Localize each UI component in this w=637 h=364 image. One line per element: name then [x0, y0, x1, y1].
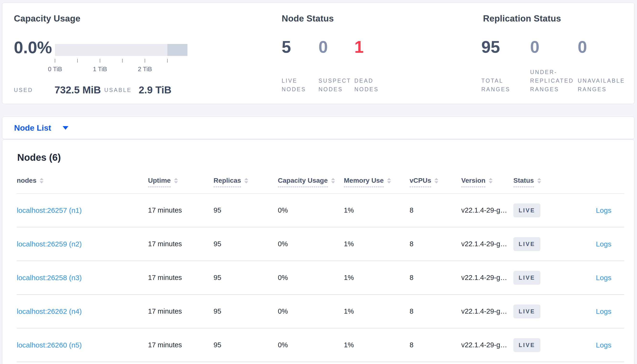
- table-row: localhost:26262 (n4) 17 minutes 95 0% 1%…: [17, 295, 624, 328]
- sort-arrows-icon[interactable]: [40, 178, 44, 184]
- logs-link[interactable]: Logs: [596, 308, 611, 315]
- node-address-link[interactable]: localhost:26258 (n3): [17, 274, 82, 282]
- sort-arrows-icon[interactable]: [244, 178, 248, 184]
- live-nodes-value: 5: [282, 39, 291, 56]
- capacity-gauge-axis: 0 TiB 1 TiB 2 TiB: [55, 59, 189, 76]
- node-address-link[interactable]: localhost:26262 (n4): [17, 308, 82, 315]
- uptime-cell: 17 minutes: [148, 308, 213, 315]
- node-list-dropdown-label: Node List: [14, 123, 51, 132]
- column-header-label: Capacity Usage: [278, 177, 328, 187]
- capacity-cell: 0%: [278, 341, 344, 349]
- under-replicated-ranges-label: UNDER-REPLICATED RANGES: [530, 68, 577, 94]
- dead-nodes-value: 1: [354, 39, 364, 56]
- uptime-cell: 17 minutes: [148, 240, 213, 248]
- column-header-status[interactable]: Status: [513, 177, 561, 187]
- view-selector-card: Node List: [2, 116, 634, 139]
- logs-link[interactable]: Logs: [596, 206, 611, 214]
- logs-link[interactable]: Logs: [596, 341, 611, 349]
- axis-tick: [77, 59, 78, 62]
- table-header-row: nodes Uptime Replicas Capacity Usage Mem…: [17, 171, 624, 194]
- dead-nodes-label: DEAD NODES: [354, 76, 389, 94]
- node-address-link[interactable]: localhost:26257 (n1): [17, 206, 82, 214]
- table-row: localhost:26258 (n3) 17 minutes 95 0% 1%…: [17, 261, 624, 295]
- unavailable-ranges-value: 0: [578, 39, 587, 56]
- axis-tick: [100, 59, 100, 62]
- axis-tick-label: 2 TiB: [138, 66, 152, 73]
- unavailable-ranges-stat: 0 UNAVAILABLE RANGES: [578, 3, 633, 104]
- capacity-usage-title: Capacity Usage: [14, 14, 80, 24]
- node-status-section: Node Status 5 LIVE NODES 0 SUSPECT NODES…: [280, 3, 448, 104]
- version-cell: v22.1.4-29-g…: [461, 341, 513, 349]
- column-header-capacity-usage[interactable]: Capacity Usage: [278, 177, 344, 187]
- column-header-label: Status: [513, 177, 534, 187]
- capacity-cell: 0%: [278, 308, 344, 315]
- sort-arrows-icon[interactable]: [387, 178, 391, 184]
- capacity-gauge-bar: [55, 44, 187, 56]
- uptime-cell: 17 minutes: [148, 341, 213, 349]
- memory-cell: 1%: [344, 341, 410, 349]
- node-address-link[interactable]: localhost:26259 (n2): [17, 240, 82, 248]
- sort-arrows-icon[interactable]: [331, 178, 335, 184]
- column-header-label: Uptime: [148, 177, 171, 187]
- total-ranges-stat: 95 TOTAL RANGES: [481, 3, 530, 104]
- vcpus-cell: 8: [410, 240, 461, 248]
- axis-tick: [145, 59, 145, 62]
- status-badge: LIVE: [513, 271, 540, 285]
- axis-tick-label: 1 TiB: [93, 66, 107, 73]
- replication-status-section: Replication Status 95 TOTAL RANGES 0 UND…: [479, 3, 632, 104]
- logs-link[interactable]: Logs: [596, 274, 611, 282]
- vcpus-cell: 8: [410, 274, 461, 282]
- sort-arrows-icon[interactable]: [537, 178, 541, 184]
- used-value: 732.5 MiB: [55, 85, 101, 95]
- nodes-section-title: Nodes (6): [17, 152, 61, 163]
- uptime-cell: 17 minutes: [148, 206, 213, 214]
- column-header-label: Version: [461, 177, 485, 187]
- status-badge: LIVE: [513, 338, 540, 352]
- table-row: localhost:26260 (n5) 17 minutes 95 0% 1%…: [17, 328, 624, 362]
- axis-tick: [55, 59, 55, 62]
- vcpus-cell: 8: [410, 308, 461, 315]
- version-cell: v22.1.4-29-g…: [461, 240, 513, 248]
- sort-arrows-icon[interactable]: [435, 178, 438, 184]
- column-header-uptime[interactable]: Uptime: [148, 177, 213, 187]
- logs-link[interactable]: Logs: [596, 240, 611, 248]
- status-badge: LIVE: [513, 237, 540, 251]
- vcpus-cell: 8: [410, 206, 461, 214]
- table-row: localhost:26259 (n2) 17 minutes 95 0% 1%…: [17, 228, 624, 261]
- suspect-nodes-stat: 0 SUSPECT NODES: [318, 3, 354, 104]
- capacity-cell: 0%: [278, 206, 344, 214]
- replicas-cell: 95: [213, 274, 278, 282]
- column-header-label: vCPUs: [410, 177, 431, 187]
- total-ranges-value: 95: [481, 39, 500, 56]
- version-cell: v22.1.4-29-g…: [461, 308, 513, 315]
- column-header-replicas[interactable]: Replicas: [213, 177, 278, 187]
- live-nodes-stat: 5 LIVE NODES: [282, 3, 318, 104]
- chevron-down-icon: [63, 126, 68, 130]
- capacity-values-row: USED 732.5 MiB USABLE 2.9 TiB: [14, 84, 277, 95]
- suspect-nodes-label: SUSPECT NODES: [318, 76, 353, 94]
- table-row: localhost:26257 (n1) 17 minutes 95 0% 1%…: [17, 194, 624, 228]
- total-ranges-label: TOTAL RANGES: [481, 76, 528, 94]
- column-header-label: Memory Use: [344, 177, 384, 187]
- under-replicated-ranges-value: 0: [530, 39, 539, 56]
- vcpus-cell: 8: [410, 341, 461, 349]
- sort-arrows-icon[interactable]: [174, 178, 178, 184]
- column-header-nodes[interactable]: nodes: [17, 177, 148, 184]
- axis-tick: [167, 59, 168, 62]
- column-header-label: Replicas: [213, 177, 241, 187]
- cluster-overview-card: Capacity Usage 0.0% 0 TiB 1 TiB 2 TiB US…: [2, 2, 634, 104]
- used-label: USED: [14, 87, 33, 94]
- replicas-cell: 95: [213, 308, 278, 315]
- axis-tick: [122, 59, 123, 62]
- node-list-dropdown[interactable]: Node List: [14, 117, 68, 139]
- column-header-memory-use[interactable]: Memory Use: [344, 177, 410, 187]
- column-header-vcpus[interactable]: vCPUs: [410, 177, 461, 187]
- column-header-version[interactable]: Version: [461, 177, 513, 187]
- node-address-link[interactable]: localhost:26260 (n5): [17, 341, 82, 349]
- memory-cell: 1%: [344, 240, 410, 248]
- sort-arrows-icon[interactable]: [489, 178, 493, 184]
- nodes-table: nodes Uptime Replicas Capacity Usage Mem…: [17, 171, 624, 362]
- live-nodes-label: LIVE NODES: [282, 76, 316, 94]
- nodes-table-card: Nodes (6) nodes Uptime Replicas Capacity…: [2, 139, 634, 364]
- capacity-percent: 0.0%: [14, 39, 52, 56]
